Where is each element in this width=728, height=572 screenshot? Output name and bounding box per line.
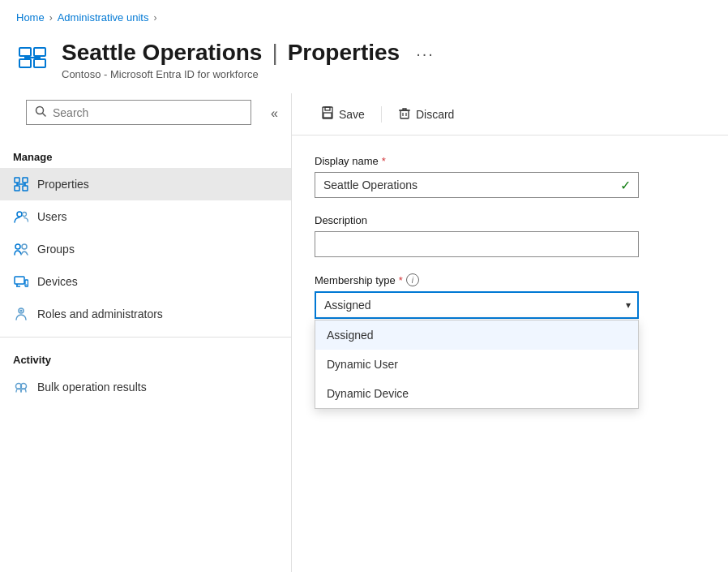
breadcrumb-sep2: › xyxy=(153,12,156,24)
svg-point-19 xyxy=(22,244,27,249)
collapse-sidebar-button[interactable]: « xyxy=(264,103,285,124)
toolbar-separator xyxy=(381,106,382,123)
dropdown-option-dynamic-user[interactable]: Dynamic User xyxy=(315,350,638,379)
svg-rect-32 xyxy=(400,110,409,118)
svg-point-17 xyxy=(23,213,27,217)
svg-point-18 xyxy=(15,244,20,249)
roles-icon xyxy=(13,306,29,322)
main-layout: « Manage Properties xyxy=(0,93,728,572)
sidebar-search-wrapper xyxy=(13,100,264,138)
sidebar-item-devices-label: Devices xyxy=(37,275,78,288)
sidebar-item-groups[interactable]: Groups xyxy=(0,233,291,265)
svg-point-16 xyxy=(17,212,22,217)
membership-type-select[interactable]: Assigned Dynamic User Dynamic Device xyxy=(315,291,639,319)
discard-label: Discard xyxy=(416,108,454,121)
svg-rect-9 xyxy=(15,178,19,183)
svg-rect-10 xyxy=(23,178,28,183)
sidebar: « Manage Properties xyxy=(0,93,292,572)
description-input[interactable] xyxy=(315,231,639,257)
sidebar-item-users-label: Users xyxy=(37,210,67,223)
sidebar-item-bulk-label: Bulk operation results xyxy=(37,381,147,394)
display-name-input[interactable] xyxy=(315,172,639,198)
svg-rect-11 xyxy=(15,186,19,191)
form-area: Display name * ✓ Description Membership … xyxy=(292,135,728,572)
svg-rect-3 xyxy=(34,59,45,67)
svg-rect-20 xyxy=(15,277,24,284)
membership-type-info-icon[interactable]: i xyxy=(406,273,419,286)
page-header-icon xyxy=(16,41,49,74)
dropdown-option-dynamic-device[interactable]: Dynamic Device xyxy=(315,379,638,408)
more-options-button[interactable]: ··· xyxy=(409,41,441,67)
discard-icon xyxy=(398,106,411,122)
membership-type-dropdown: Assigned Dynamic User Dynamic Device xyxy=(315,320,639,409)
membership-type-select-wrapper: Assigned Dynamic User Dynamic Device ▾ A… xyxy=(315,291,639,319)
svg-rect-30 xyxy=(325,107,330,110)
search-input[interactable] xyxy=(53,106,242,119)
save-button[interactable]: Save xyxy=(311,101,375,127)
page-subtitle: Contoso - Microsoft Entra ID for workfor… xyxy=(62,68,712,80)
breadcrumb-home[interactable]: Home xyxy=(16,11,45,24)
save-label: Save xyxy=(339,108,365,121)
groups-icon xyxy=(13,241,29,257)
display-name-field-group: Display name * ✓ xyxy=(315,155,705,198)
sidebar-item-groups-label: Groups xyxy=(37,243,75,256)
display-name-check-icon: ✓ xyxy=(620,178,631,193)
breadcrumb-sep1: › xyxy=(49,12,53,24)
sidebar-item-roles[interactable]: Roles and administrators xyxy=(0,298,291,330)
sidebar-item-users[interactable]: Users xyxy=(0,200,291,233)
display-name-input-wrapper: ✓ xyxy=(315,172,639,198)
sidebar-item-bulk[interactable]: Bulk operation results xyxy=(0,371,291,403)
display-name-label: Display name * xyxy=(315,155,705,167)
svg-point-26 xyxy=(20,310,23,312)
svg-rect-23 xyxy=(25,280,28,286)
svg-rect-2 xyxy=(19,59,31,67)
breadcrumb-admin-units[interactable]: Administrative units xyxy=(58,11,149,24)
description-field-group: Description xyxy=(315,214,705,257)
sidebar-search-row: « xyxy=(0,93,291,141)
sidebar-divider xyxy=(0,337,291,338)
properties-icon xyxy=(13,176,29,192)
toolbar: Save Discard xyxy=(292,93,728,135)
save-icon xyxy=(321,106,334,122)
page-title-separator: | xyxy=(272,40,277,66)
svg-rect-1 xyxy=(34,48,45,56)
sidebar-item-properties[interactable]: Properties xyxy=(0,168,291,200)
devices-icon xyxy=(13,273,29,290)
svg-rect-0 xyxy=(19,48,31,56)
dropdown-option-assigned[interactable]: Assigned xyxy=(315,320,638,350)
svg-line-8 xyxy=(43,114,46,117)
svg-rect-12 xyxy=(23,186,28,191)
search-icon xyxy=(35,105,46,119)
sidebar-item-roles-label: Roles and administrators xyxy=(37,308,163,320)
users-icon xyxy=(13,209,29,225)
description-label: Description xyxy=(315,214,705,226)
membership-type-required: * xyxy=(399,274,403,286)
activity-section-label: Activity xyxy=(0,344,291,371)
search-box xyxy=(26,100,251,125)
page-type: Properties xyxy=(288,40,400,66)
membership-type-field-group: Membership type * i Assigned Dynamic Use… xyxy=(315,273,705,319)
display-name-required: * xyxy=(382,155,386,167)
breadcrumb: Home › Administrative units › xyxy=(0,0,728,32)
page-header: Seattle Operations | Properties ··· Cont… xyxy=(0,32,728,93)
page-title: Seattle Operations xyxy=(62,40,262,66)
manage-section-label: Manage xyxy=(0,141,291,168)
sidebar-item-properties-label: Properties xyxy=(37,178,89,191)
page-header-text: Seattle Operations | Properties ··· Cont… xyxy=(62,38,712,80)
content-area: Save Discard xyxy=(292,93,728,572)
sidebar-item-devices[interactable]: Devices xyxy=(0,265,291,298)
bulk-icon xyxy=(13,379,29,395)
svg-rect-31 xyxy=(323,113,332,118)
discard-button[interactable]: Discard xyxy=(388,101,464,127)
membership-type-label: Membership type * i xyxy=(315,273,705,286)
